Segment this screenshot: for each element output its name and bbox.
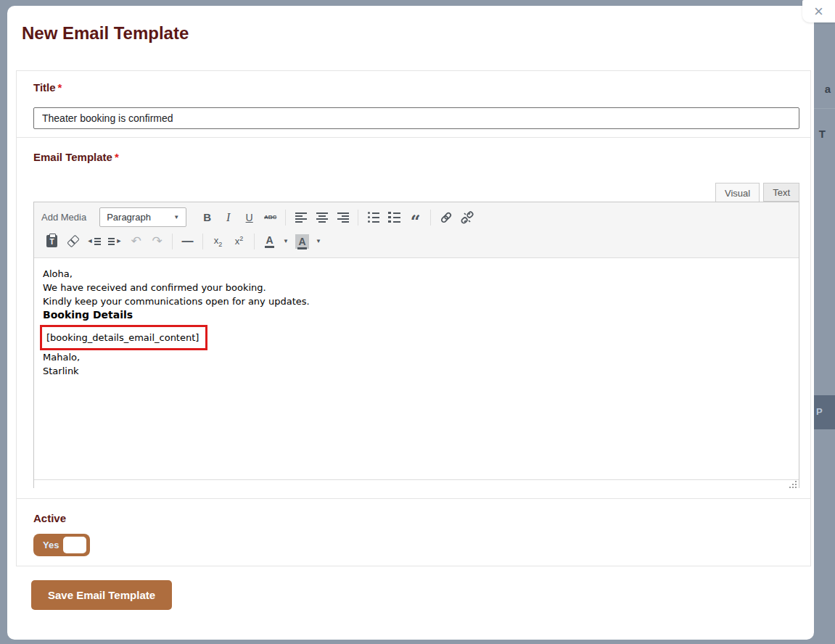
- link-icon: [439, 210, 453, 225]
- toolbar-separator: [202, 234, 203, 249]
- unlink-icon: [460, 210, 474, 225]
- content-greeting: Aloha,: [43, 267, 790, 281]
- new-email-template-modal: New Email Template Title* Email Template…: [7, 6, 814, 640]
- background-text-fragment: a: [825, 83, 831, 95]
- bulleted-list-icon: [368, 212, 379, 223]
- content-body: We have received and confirmed your book…: [43, 281, 790, 308]
- paste-as-text-button[interactable]: T: [41, 232, 62, 251]
- toolbar-separator: [172, 234, 173, 249]
- bold-icon: B: [203, 211, 211, 223]
- active-toggle[interactable]: Yes: [33, 534, 90, 556]
- toolbar-separator: [358, 210, 358, 226]
- chevron-down-icon: ▼: [316, 238, 321, 244]
- wysiwyg-editor: Add Media Paragraph ▼ B I U ABC: [33, 202, 799, 488]
- bold-button[interactable]: B: [197, 208, 218, 227]
- title-section: Title*: [17, 71, 810, 138]
- close-icon: ×: [814, 4, 823, 20]
- text-color-dropdown[interactable]: ▼: [280, 232, 292, 251]
- text-color-icon: A: [265, 235, 273, 248]
- background-text-fragment: T: [819, 128, 826, 140]
- editor-statusbar: [34, 479, 799, 490]
- background-text-fragment: P: [816, 406, 823, 417]
- align-right-button[interactable]: [332, 208, 353, 227]
- active-section: Active Yes: [17, 499, 810, 566]
- align-right-icon: [337, 212, 349, 223]
- content-signoff: Mahalo, Starlink: [43, 350, 790, 378]
- toolbar-row-1: Add Media Paragraph ▼ B I U ABC: [41, 205, 791, 229]
- horizontal-rule-icon: —: [182, 235, 194, 248]
- toolbar-separator: [285, 210, 286, 226]
- bulleted-list-button[interactable]: [363, 208, 384, 227]
- superscript-button[interactable]: x2: [229, 232, 250, 251]
- toolbar-row-2: T ◄: [41, 229, 791, 253]
- toolbar-separator: [254, 234, 255, 249]
- blockquote-button[interactable]: “: [405, 208, 426, 227]
- superscript-icon: x2: [235, 235, 244, 247]
- strikethrough-button[interactable]: ABC: [260, 208, 281, 227]
- underline-icon: U: [246, 212, 253, 223]
- save-email-template-button[interactable]: Save Email Template: [31, 580, 172, 610]
- tab-visual[interactable]: Visual: [715, 183, 760, 202]
- annotation-highlight-box: [booking_details_email_content]: [40, 325, 207, 350]
- email-template-section: Email Template* Visual Text Add Media: [17, 138, 810, 499]
- resize-handle[interactable]: [788, 479, 797, 488]
- toggle-on-label: Yes: [43, 540, 59, 550]
- toolbar-separator: [430, 210, 431, 226]
- background-divider: [814, 108, 835, 109]
- required-asterisk: *: [115, 151, 119, 163]
- background-color-button[interactable]: A: [292, 232, 313, 251]
- align-left-button[interactable]: [290, 208, 311, 227]
- paragraph-format-select[interactable]: Paragraph ▼: [99, 207, 186, 227]
- modal-title: New Email Template: [22, 23, 189, 44]
- strikethrough-icon: ABC: [264, 214, 276, 220]
- numbered-list-button[interactable]: [384, 208, 405, 227]
- decrease-indent-icon: ◄: [87, 238, 102, 245]
- paste-as-text-icon: T: [46, 235, 57, 247]
- redo-button[interactable]: ↷: [147, 232, 168, 251]
- email-template-label: Email Template*: [33, 151, 119, 163]
- insert-link-button[interactable]: [435, 208, 456, 227]
- numbered-list-icon: [388, 212, 400, 223]
- remove-link-button[interactable]: [456, 208, 477, 227]
- chevron-down-icon: ▼: [173, 214, 179, 220]
- undo-button[interactable]: ↶: [126, 232, 147, 251]
- subscript-button[interactable]: x2: [207, 232, 229, 251]
- text-color-button[interactable]: A: [259, 232, 280, 251]
- redo-icon: ↷: [152, 234, 162, 249]
- editor-mode-tabs: Visual Text: [715, 183, 799, 202]
- background-page-strip: a T P: [814, 0, 835, 644]
- required-asterisk: *: [58, 81, 62, 94]
- align-center-button[interactable]: [311, 208, 332, 227]
- editor-toolbar: Add Media Paragraph ▼ B I U ABC: [34, 202, 799, 258]
- decrease-indent-button[interactable]: ◄: [83, 232, 104, 251]
- horizontal-rule-button[interactable]: —: [177, 232, 198, 251]
- italic-icon: I: [226, 211, 230, 224]
- subscript-icon: x2: [214, 235, 223, 248]
- background-color-dropdown[interactable]: ▼: [313, 232, 324, 251]
- eraser-icon: [67, 235, 80, 248]
- align-center-icon: [316, 212, 328, 223]
- align-left-icon: [295, 212, 307, 223]
- italic-button[interactable]: I: [218, 208, 239, 227]
- email-template-form: Title* Email Template* Visual Text: [16, 70, 811, 566]
- clear-formatting-button[interactable]: [62, 232, 83, 251]
- close-modal-button[interactable]: ×: [802, 0, 835, 22]
- active-label: Active: [33, 512, 66, 524]
- tab-text[interactable]: Text: [763, 183, 799, 202]
- chevron-down-icon: ▼: [283, 238, 289, 244]
- toggle-knob: [63, 537, 86, 553]
- title-label: Title*: [33, 81, 62, 94]
- undo-icon: ↶: [131, 234, 141, 249]
- increase-indent-icon: ►: [108, 238, 123, 245]
- editor-content-area[interactable]: Aloha, We have received and confirmed yo…: [34, 258, 799, 479]
- add-media-button[interactable]: Add Media: [41, 212, 86, 223]
- background-color-icon: A: [295, 234, 308, 249]
- underline-button[interactable]: U: [239, 208, 260, 227]
- shortcode-text: [booking_details_email_content]: [46, 332, 199, 343]
- background-button-fragment: P: [814, 395, 835, 429]
- title-input[interactable]: [33, 107, 799, 129]
- content-heading: Booking Details: [43, 308, 790, 322]
- increase-indent-button[interactable]: ►: [104, 232, 126, 251]
